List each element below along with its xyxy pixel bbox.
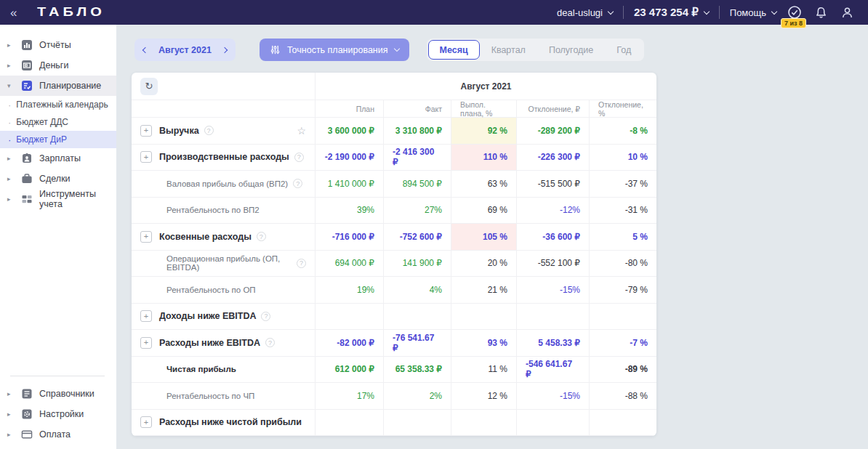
column-header-plan: План xyxy=(315,100,383,117)
money-icon xyxy=(21,60,33,71)
table-row[interactable]: +Производственные расходы?-2 190 000 ₽-2… xyxy=(132,145,656,171)
tab-month[interactable]: Месяц xyxy=(428,40,480,60)
row-label: Валовая прибыль общая (ВП2) xyxy=(140,179,288,188)
cell-deviation-rub: -546 641.67 ₽ xyxy=(516,357,589,383)
period-label: Август 2021 xyxy=(158,45,212,55)
cell-deviation-rub: -12% xyxy=(516,198,589,224)
tab-year[interactable]: Год xyxy=(605,40,643,60)
bullet-icon: · xyxy=(8,134,11,145)
tab-halfyear[interactable]: Полугодие xyxy=(537,40,605,60)
collapse-sidebar-icon[interactable]: « xyxy=(10,7,17,19)
caret-right-icon[interactable]: ▸ xyxy=(7,41,15,49)
row-label: Рентабельность по ОП xyxy=(140,286,256,294)
cell-deviation-pct: -79 % xyxy=(589,277,656,303)
caret-right-icon[interactable]: ▸ xyxy=(7,431,15,438)
tab-quarter[interactable]: Квартал xyxy=(480,40,537,60)
row-label-cell: +Расходы ниже EBITDA? xyxy=(132,330,315,356)
company-name: deal-uslugi xyxy=(557,7,603,18)
sidebar-subitem-budget-dir[interactable]: ·Бюджет ДиР xyxy=(0,131,116,148)
table-row[interactable]: +Выручка?☆3 600 000 ₽3 310 800 ₽92 %-289… xyxy=(132,118,656,145)
caret-right-icon[interactable]: ▸ xyxy=(7,175,15,182)
bullet-icon: · xyxy=(8,100,11,110)
help-icon[interactable]: ? xyxy=(294,153,304,162)
table-row[interactable]: +Расходы ниже чистой прибыли xyxy=(132,410,656,437)
notifications-button[interactable] xyxy=(813,4,829,20)
row-label: Операционная прибыль (ОП, EBITDA) xyxy=(140,254,292,272)
cell-deviation-pct: -80 % xyxy=(589,251,656,277)
caret-right-icon[interactable]: ▸ xyxy=(7,410,15,418)
expand-icon[interactable]: + xyxy=(140,310,152,322)
sidebar-subitem-budget-dds[interactable]: ·Бюджет ДДС xyxy=(0,113,116,131)
refresh-icon[interactable]: ↻ xyxy=(140,78,158,95)
cell-plan: 694 000 ₽ xyxy=(315,251,383,277)
sidebar-item-tools[interactable]: ▸Инструменты учета xyxy=(0,189,116,209)
help-icon[interactable]: ? xyxy=(257,232,266,241)
cell-deviation-pct: -37 % xyxy=(589,171,656,197)
expand-icon[interactable]: + xyxy=(140,416,152,428)
row-label-cell: +Расходы ниже чистой прибыли xyxy=(132,410,315,436)
table-row[interactable]: Рентабельность по ЧП17%2%12 %-15%-88 % xyxy=(132,383,656,410)
table-row[interactable]: +Косвенные расходы?-716 000 ₽-752 600 ₽1… xyxy=(132,224,656,251)
check-circle-icon xyxy=(787,5,802,20)
caret-right-icon[interactable]: ▸ xyxy=(7,62,15,69)
expand-icon[interactable]: + xyxy=(140,337,152,349)
caret-right-icon[interactable]: ▸ xyxy=(7,390,15,397)
next-period-icon[interactable] xyxy=(222,46,228,52)
sidebar-item-planning[interactable]: ▾Планирование xyxy=(0,76,116,96)
table-row[interactable]: Чистая прибыль612 000 ₽65 358.33 ₽11 %-5… xyxy=(132,357,656,384)
period-selector[interactable]: Август 2021 xyxy=(134,39,236,61)
onboarding-progress-button[interactable]: 7 из 8 xyxy=(787,4,803,20)
chevron-down-icon xyxy=(393,46,399,52)
cell-fact: 894 500 ₽ xyxy=(383,171,451,197)
caret-right-icon[interactable]: ▸ xyxy=(7,155,15,162)
balance-dropdown[interactable]: 23 473 254 ₽ xyxy=(634,6,709,19)
sidebar-item-deals[interactable]: ▸Сделки xyxy=(0,169,116,189)
row-label-cell: Чистая прибыль xyxy=(132,357,315,383)
row-label-cell: +Выручка?☆ xyxy=(132,118,315,144)
sidebar-item-settings[interactable]: ▸Настройки xyxy=(0,404,116,424)
previous-period-icon[interactable] xyxy=(142,46,148,52)
expand-icon[interactable]: + xyxy=(140,125,152,137)
table-row[interactable]: Валовая прибыль общая (ВП2)?1 410 000 ₽8… xyxy=(132,171,656,198)
table-row[interactable]: Рентабельность по ВП239%27%69 %-12%-31 % xyxy=(132,198,656,224)
sidebar-item-money[interactable]: ▸Деньги xyxy=(0,55,116,76)
row-label-cell: Валовая прибыль общая (ВП2)? xyxy=(132,171,315,197)
table-row[interactable]: +Расходы ниже EBITDA?-82 000 ₽-76 541.67… xyxy=(132,330,656,357)
sidebar-item-label: Справочники xyxy=(39,389,95,399)
row-label-cell: Рентабельность по ВП2 xyxy=(132,198,315,224)
sidebar-item-payment[interactable]: ▸Оплата xyxy=(0,424,116,445)
table-row[interactable]: +Доходы ниже EBITDA? xyxy=(132,304,656,331)
planning-accuracy-button[interactable]: Точность планирования xyxy=(260,39,409,61)
star-icon[interactable]: ☆ xyxy=(297,126,306,136)
expand-icon[interactable]: + xyxy=(140,151,152,163)
cell-deviation-pct: 5 % xyxy=(589,224,656,250)
table-row[interactable]: Рентабельность по ОП19%4%21 %-15%-79 % xyxy=(132,277,656,304)
help-icon[interactable]: ? xyxy=(261,312,270,321)
cell-completion: 93 % xyxy=(451,330,516,356)
row-label: Выручка xyxy=(159,126,199,136)
sidebar-subitem-payment-calendar[interactable]: ·Платежный календарь xyxy=(0,96,116,113)
sidebar-nav: ▸Отчёты▸Деньги▾Планирование·Платежный ка… xyxy=(0,35,116,209)
help-icon[interactable]: ? xyxy=(204,126,214,135)
cell-plan: 39% xyxy=(315,198,383,224)
caret-right-icon[interactable]: ▸ xyxy=(7,195,15,203)
profile-button[interactable] xyxy=(839,4,855,20)
expand-icon[interactable]: + xyxy=(140,231,152,243)
help-icon[interactable]: ? xyxy=(265,338,275,347)
sidebar-item-label: Деньги xyxy=(39,60,68,70)
period-view-tabs: МесяцКварталПолугодиеГод xyxy=(427,39,645,61)
caret-down-icon[interactable]: ▾ xyxy=(7,82,15,89)
sidebar-item-label: Оплата xyxy=(39,429,71,440)
sidebar-item-label: Зарплаты xyxy=(39,153,81,163)
sidebar-item-salary[interactable]: ▸Зарплаты xyxy=(0,148,116,169)
cell-deviation-rub: -15% xyxy=(516,277,589,303)
cell-completion: 21 % xyxy=(451,277,516,303)
table-row[interactable]: Операционная прибыль (ОП, EBITDA)?694 00… xyxy=(132,251,656,278)
sidebar-divider xyxy=(10,376,105,376)
sidebar-item-reports[interactable]: ▸Отчёты xyxy=(0,35,116,55)
help-icon[interactable]: ? xyxy=(297,259,306,268)
help-dropdown[interactable]: Помощь xyxy=(730,7,776,18)
help-icon[interactable]: ? xyxy=(293,179,302,188)
sidebar-item-directories[interactable]: ▸Справочники xyxy=(0,384,116,404)
company-dropdown[interactable]: deal-uslugi xyxy=(557,7,613,18)
